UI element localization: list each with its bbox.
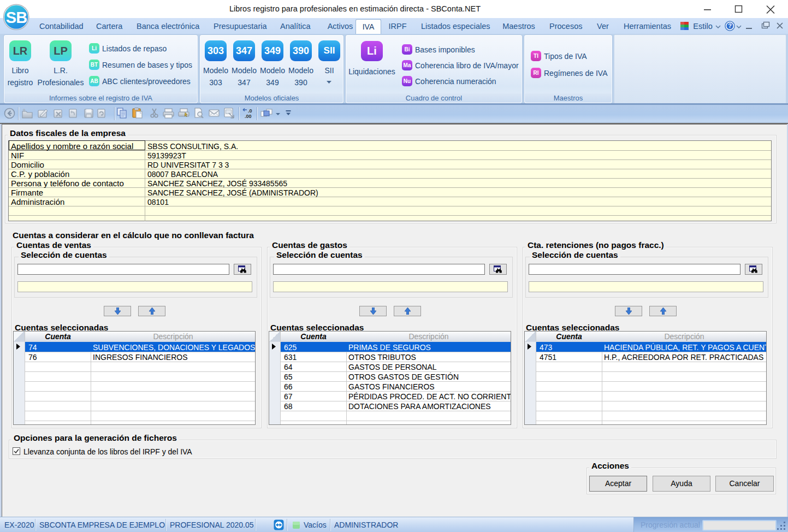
- svg-text:?: ?: [728, 22, 732, 29]
- svg-text:SB: SB: [6, 9, 27, 26]
- svg-text:.0: .0: [248, 108, 252, 114]
- svg-text:.00: .00: [245, 114, 252, 119]
